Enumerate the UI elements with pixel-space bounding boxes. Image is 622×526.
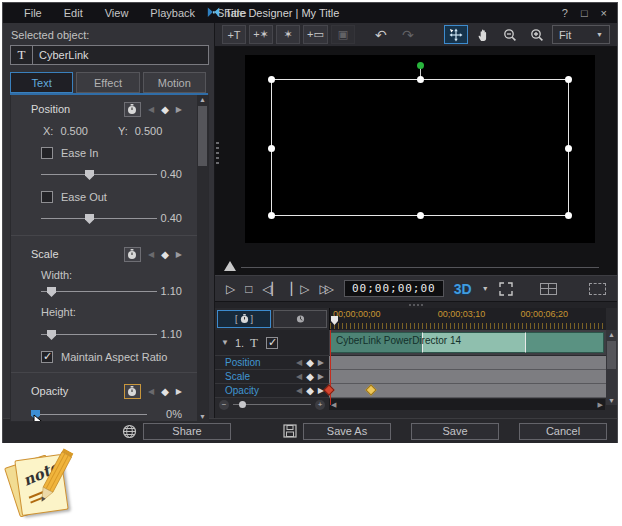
scroll-left-icon[interactable]: ◀: [331, 401, 336, 409]
hand-tool-button[interactable]: [471, 25, 495, 44]
select-move-tool-button[interactable]: [444, 25, 468, 44]
tab-effect[interactable]: Effect: [76, 72, 139, 93]
ease-out-checkbox[interactable]: [41, 191, 53, 203]
tv-safe-zone-icon[interactable]: [589, 283, 606, 295]
scale-height-slider[interactable]: [41, 328, 157, 340]
scale-keyframe-stopwatch-icon[interactable]: [124, 247, 141, 262]
opacity-keyframe-lane[interactable]: [329, 384, 606, 398]
scale-prev-keyframe-icon[interactable]: ◀: [148, 250, 154, 259]
panel-splitter-handle[interactable]: [216, 142, 219, 164]
opacity-row-diamond-icon[interactable]: ◆: [306, 385, 314, 396]
help-button[interactable]: ?: [562, 7, 568, 19]
resize-handle-se[interactable]: [565, 212, 572, 219]
fast-forward-button[interactable]: ▷▷: [319, 282, 329, 296]
preview-seek-bar[interactable]: [215, 259, 617, 275]
tab-text[interactable]: Text: [10, 72, 73, 93]
maintain-aspect-ratio-checkbox[interactable]: [41, 351, 53, 363]
scale-row-prev-icon[interactable]: ◀: [296, 372, 302, 381]
track-enable-checkbox[interactable]: [266, 337, 278, 349]
3d-mode-button[interactable]: 3D: [454, 281, 472, 297]
scale-width-slider[interactable]: [41, 285, 157, 297]
selected-object-field[interactable]: T CyberLink: [10, 45, 209, 65]
next-frame-button[interactable]: ▏▷: [291, 282, 309, 296]
tab-motion[interactable]: Motion: [143, 72, 206, 93]
timeline-zoom-thumb[interactable]: [239, 401, 246, 408]
scale-row-diamond-icon[interactable]: ◆: [306, 371, 314, 382]
play-button[interactable]: ▷: [226, 282, 235, 296]
stop-button[interactable]: □: [245, 282, 252, 296]
resize-handle-e[interactable]: [565, 145, 572, 152]
position-keyframe-stopwatch-icon[interactable]: [124, 102, 141, 117]
scroll-up-icon[interactable]: ▲: [197, 96, 208, 103]
timeline-zoom-slider[interactable]: [233, 404, 311, 405]
timeline-scroll-down-icon[interactable]: ▼: [606, 397, 617, 404]
opacity-add-keyframe-icon[interactable]: ◆: [161, 386, 169, 397]
scroll-right-icon[interactable]: ▶: [598, 401, 603, 409]
insert-particle-button[interactable]: +✶: [249, 25, 273, 44]
duration-view-button[interactable]: [273, 310, 327, 328]
save-as-button[interactable]: Save As: [303, 423, 391, 440]
close-button[interactable]: ×: [601, 7, 607, 19]
menu-edit[interactable]: Edit: [53, 7, 94, 19]
seek-thumb[interactable]: [224, 261, 236, 271]
ease-in-checkbox[interactable]: [41, 147, 53, 159]
position-add-keyframe-icon[interactable]: ◆: [161, 104, 169, 115]
keyframe-view-button[interactable]: [ ]: [217, 310, 271, 328]
share-button[interactable]: Share: [143, 423, 231, 440]
track-collapse-icon[interactable]: ▼: [221, 338, 229, 347]
zoom-out-timeline-icon[interactable]: −: [219, 400, 229, 410]
menu-view[interactable]: View: [94, 7, 140, 19]
redo-button[interactable]: ↷: [396, 25, 420, 44]
scale-keyframe-lane[interactable]: [329, 370, 606, 384]
rotation-handle[interactable]: [417, 62, 424, 69]
insert-background-button[interactable]: ▣: [331, 25, 355, 44]
opacity-row-prev-icon[interactable]: ◀: [296, 386, 302, 395]
position-keyframe-lane[interactable]: [329, 356, 606, 370]
position-x-value[interactable]: 0.500: [60, 125, 88, 137]
save-button[interactable]: Save: [411, 423, 499, 440]
resize-handle-sw[interactable]: [268, 212, 275, 219]
position-prev-keyframe-icon[interactable]: ◀: [148, 105, 154, 114]
ease-out-slider[interactable]: [41, 212, 157, 224]
fullscreen-icon[interactable]: [499, 282, 513, 296]
grid-lines-icon[interactable]: [540, 283, 557, 295]
zoom-in-timeline-icon[interactable]: +: [315, 400, 325, 410]
timeline-scrollbar-thumb[interactable]: [607, 341, 616, 369]
position-row-diamond-icon[interactable]: ◆: [306, 357, 314, 368]
previous-frame-button[interactable]: ◁▏: [262, 282, 280, 296]
properties-scrollbar[interactable]: ▲ ▼: [197, 95, 208, 421]
opacity-keyframe-stopwatch-icon[interactable]: [124, 384, 141, 399]
modify-particle-button[interactable]: ✶: [276, 25, 300, 44]
resize-handle-nw[interactable]: [268, 76, 275, 83]
menu-playback[interactable]: Playback: [139, 7, 206, 19]
timeline-horizontal-scrollbar[interactable]: ◀ ▶: [329, 399, 605, 410]
resize-handle-ne[interactable]: [565, 76, 572, 83]
opacity-prev-keyframe-icon[interactable]: ◀: [148, 387, 154, 396]
cancel-button[interactable]: Cancel: [519, 423, 607, 440]
scale-add-keyframe-icon[interactable]: ◆: [161, 249, 169, 260]
resize-handle-w[interactable]: [268, 145, 275, 152]
scroll-down-icon[interactable]: ▼: [197, 413, 208, 420]
position-row-prev-icon[interactable]: ◀: [296, 358, 302, 367]
position-next-keyframe-icon[interactable]: ▶: [176, 105, 182, 114]
opacity-next-keyframe-icon[interactable]: ▶: [176, 387, 182, 396]
ease-in-slider[interactable]: [41, 168, 157, 180]
scale-next-keyframe-icon[interactable]: ▶: [176, 250, 182, 259]
undo-button[interactable]: ↶: [369, 25, 393, 44]
zoom-out-button[interactable]: [498, 25, 522, 44]
zoom-in-button[interactable]: [525, 25, 549, 44]
timeline-vertical-scrollbar[interactable]: ▲ ▼: [606, 330, 617, 405]
menu-file[interactable]: File: [13, 7, 53, 19]
zoom-fit-dropdown[interactable]: Fit ▼: [552, 25, 610, 44]
opacity-keyframe-yellow[interactable]: [365, 384, 376, 395]
position-row-next-icon[interactable]: ▶: [318, 358, 324, 367]
3d-dropdown-icon[interactable]: ▼: [482, 285, 489, 292]
resize-handle-s[interactable]: [417, 212, 424, 219]
preview-canvas[interactable]: [245, 55, 595, 243]
scrollbar-thumb[interactable]: [198, 106, 207, 166]
title-selection-box[interactable]: [271, 79, 569, 215]
timecode-display[interactable]: 00;00;00;00: [344, 280, 444, 297]
opacity-slider[interactable]: [31, 408, 147, 420]
insert-text-button[interactable]: +T: [222, 25, 246, 44]
resize-handle-n[interactable]: [417, 76, 424, 83]
